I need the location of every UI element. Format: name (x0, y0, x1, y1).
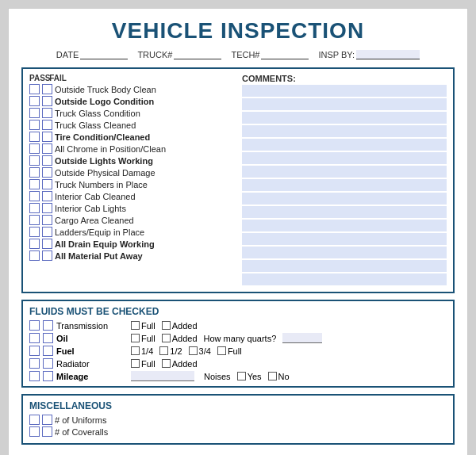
pass-checkbox-5[interactable] (29, 132, 40, 142)
insp-input[interactable] (356, 50, 420, 59)
fluid-opt: Full (131, 321, 155, 331)
fail-checkbox-11[interactable] (42, 203, 52, 213)
mileage-input[interactable] (131, 371, 194, 381)
full-label-4: Full (141, 359, 155, 369)
list-item: Fuel 1/4 1/2 3/4 Full (29, 346, 447, 356)
full-cb-3[interactable] (217, 346, 226, 355)
fluid-name-4: Radiator (56, 359, 128, 369)
fluid-fail-cb-4[interactable] (43, 358, 53, 369)
fluid-pass-cb-5[interactable] (29, 371, 40, 381)
full-cb-1[interactable] (131, 321, 140, 330)
fluid-fail-cb-3[interactable] (43, 346, 53, 356)
fail-checkbox-15[interactable] (42, 250, 52, 261)
comment-line-10[interactable] (242, 206, 447, 218)
date-field: DATE (56, 50, 129, 59)
comment-line-8[interactable] (242, 179, 447, 191)
tech-input[interactable] (261, 50, 309, 59)
fluid-pass-cb-1[interactable] (29, 320, 40, 331)
comment-line-6[interactable] (242, 152, 447, 164)
comment-line-1[interactable] (242, 85, 447, 97)
pass-checkbox-1[interactable] (29, 84, 40, 94)
fail-checkbox-10[interactable] (42, 191, 52, 201)
fail-checkbox-3[interactable] (42, 108, 52, 118)
inspection-section: PASS FAIL Outside Truck Body Clean Outsi… (21, 67, 455, 293)
fail-checkbox-5[interactable] (42, 132, 52, 142)
quarts-input[interactable] (282, 333, 322, 343)
comment-line-14[interactable] (242, 260, 447, 272)
page-title: VEHICLE INSPECTION (21, 18, 455, 44)
full-label-1: Full (141, 321, 155, 331)
yes-label: Yes (248, 372, 262, 381)
pass-checkbox-14[interactable] (29, 239, 40, 249)
comment-line-7[interactable] (242, 166, 447, 178)
misc-pass-cb-2[interactable] (29, 426, 40, 437)
full-cb-2[interactable] (131, 334, 140, 342)
fluid-pass-cb-2[interactable] (29, 333, 40, 343)
fluid-fail-cb-1[interactable] (43, 320, 53, 331)
fail-checkbox-4[interactable] (42, 120, 52, 130)
half-cb[interactable] (159, 346, 168, 355)
pass-checkbox-10[interactable] (29, 191, 40, 201)
full-cb-4[interactable] (131, 359, 140, 368)
misc-fail-cb-2[interactable] (42, 426, 52, 437)
pass-checkbox-9[interactable] (29, 179, 40, 189)
insp-label: INSP BY: (318, 50, 355, 59)
insp-field: INSP BY: (318, 50, 420, 59)
comment-line-13[interactable] (242, 247, 447, 258)
fail-checkbox-8[interactable] (42, 167, 52, 178)
misc-pass-cb-1[interactable] (29, 415, 40, 425)
pass-checkbox-8[interactable] (29, 167, 40, 178)
fluid-fail-cb-2[interactable] (43, 333, 53, 343)
fluid-opt: 3/4 (189, 346, 211, 356)
fail-checkbox-7[interactable] (42, 155, 52, 166)
pass-checkbox-3[interactable] (29, 108, 40, 118)
item-label: All Material Put Away (55, 251, 143, 261)
table-row: All Material Put Away (29, 250, 236, 261)
comment-line-5[interactable] (242, 139, 447, 151)
fluid-opt: 1/4 (131, 346, 153, 356)
quarter-cb[interactable] (131, 346, 140, 355)
truck-input[interactable] (174, 50, 221, 59)
pass-checkbox-13[interactable] (29, 227, 40, 237)
fail-checkbox-12[interactable] (42, 215, 52, 225)
added-cb-1[interactable] (162, 321, 171, 330)
pass-checkbox-12[interactable] (29, 215, 40, 225)
inspection-left: PASS FAIL Outside Truck Body Clean Outsi… (29, 74, 236, 287)
fluid-fail-cb-5[interactable] (43, 371, 53, 381)
fail-checkbox-1[interactable] (42, 84, 52, 94)
comment-line-3[interactable] (242, 112, 447, 124)
comment-line-2[interactable] (242, 98, 447, 110)
pass-checkbox-7[interactable] (29, 155, 40, 166)
truck-label: TRUCK# (137, 50, 172, 59)
pass-checkbox-15[interactable] (29, 250, 40, 261)
pass-checkbox-11[interactable] (29, 203, 40, 213)
comment-line-12[interactable] (242, 233, 447, 245)
pass-checkbox-4[interactable] (29, 120, 40, 130)
tech-label: TECH# (231, 50, 259, 59)
fail-checkbox-13[interactable] (42, 227, 52, 237)
fail-checkbox-6[interactable] (42, 143, 52, 154)
item-label: Truck Glass Condition (55, 109, 140, 118)
added-cb-2[interactable] (162, 334, 171, 342)
added-cb-4[interactable] (162, 359, 171, 368)
no-cb[interactable] (268, 372, 277, 380)
fluid-pass-cb-4[interactable] (29, 358, 40, 369)
comment-line-11[interactable] (242, 220, 447, 231)
pass-col-label: PASS (29, 74, 47, 82)
three-quarter-cb[interactable] (189, 346, 198, 355)
comment-line-9[interactable] (242, 193, 447, 205)
fluid-opt: Added (162, 359, 198, 369)
pass-checkbox-2[interactable] (29, 96, 40, 106)
comment-line-15[interactable] (242, 273, 447, 285)
fluid-pass-cb-3[interactable] (29, 346, 40, 356)
misc-fail-cb-1[interactable] (42, 415, 52, 425)
fail-checkbox-2[interactable] (42, 96, 52, 106)
fail-col-label: FAIL (49, 74, 67, 82)
yes-cb[interactable] (237, 372, 246, 380)
pass-checkbox-6[interactable] (29, 143, 40, 154)
date-input[interactable] (80, 50, 128, 59)
fail-checkbox-9[interactable] (42, 179, 52, 189)
fail-checkbox-14[interactable] (42, 239, 52, 249)
item-label: Truck Glass Cleaned (55, 120, 136, 130)
comment-line-4[interactable] (242, 125, 447, 137)
